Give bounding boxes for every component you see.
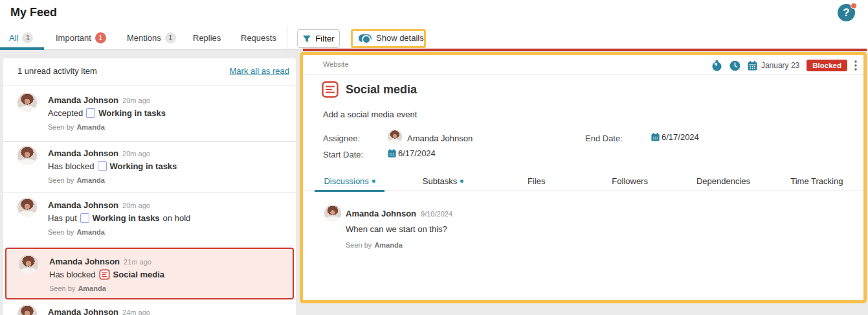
tab-all-badge: 1 (22, 32, 33, 43)
divider (3, 246, 296, 246)
filter-button-label: Filter (315, 34, 335, 43)
avatar (19, 255, 38, 274)
seen-by-name: Amanda (76, 228, 104, 236)
mark-all-as-read-link[interactable]: Mark all as read (230, 66, 289, 76)
details-panel-highlight (300, 52, 867, 303)
item-action: Has put (48, 213, 77, 223)
help-notification-dot (851, 3, 857, 9)
feed-item-selected[interactable]: Amanda Johnson 21m ago Has blocked Socia… (5, 248, 294, 299)
tab-important-label: Important (56, 33, 91, 43)
seen-by-label: Seen by (49, 285, 75, 292)
seen-by-name: Amanda (76, 123, 104, 131)
tab-all-label: All (9, 33, 18, 43)
avatar (17, 146, 37, 165)
seen-by-name: Amanda (78, 285, 106, 292)
tab-requests[interactable]: Requests (241, 26, 276, 49)
funnel-icon (302, 34, 311, 43)
feed-item[interactable]: Amanda Johnson 20m ago Has blocked Worki… (3, 148, 296, 184)
annotation-red-line (303, 49, 867, 51)
tab-mentions[interactable]: Mentions 1 (127, 26, 176, 49)
item-author: Amanda Johnson (49, 257, 120, 266)
task-checkbox-icon (98, 161, 107, 171)
avatar (17, 93, 37, 112)
avatar (17, 198, 37, 217)
app-header: My Feed ? (0, 0, 868, 26)
item-author: Amanda Johnson (48, 200, 118, 210)
tab-important[interactable]: Important 1 (56, 26, 106, 49)
item-time: 20m ago (122, 97, 150, 104)
tab-important-badge: 1 (95, 32, 106, 43)
seen-by-name: Amanda (76, 176, 104, 184)
item-time: 20m ago (122, 202, 150, 209)
item-task-link[interactable]: Working in tasks (93, 213, 160, 223)
task-checkbox-icon (86, 108, 95, 118)
divider (3, 86, 296, 86)
feed-item[interactable]: Amanda Johnson 20m ago Accepted Working … (3, 95, 296, 131)
unread-summary: 1 unread activity item (17, 66, 97, 76)
seen-by-label: Seen by (48, 228, 74, 236)
tab-requests-label: Requests (241, 33, 276, 43)
tab-mentions-badge: 1 (165, 32, 176, 43)
item-time: 24m ago (122, 309, 150, 315)
tab-replies[interactable]: Replies (193, 26, 221, 49)
seen-by-label: Seen by (48, 176, 74, 184)
item-author: Amanda Johnson (48, 148, 118, 158)
item-action-suffix: on hold (163, 213, 191, 223)
divider (3, 192, 296, 193)
feed-tabbar: All 1 Important 1 Mentions 1 Replies Req… (0, 26, 868, 50)
avatar (17, 305, 37, 315)
task-checkbox-icon (80, 213, 89, 223)
show-details-highlight (351, 29, 426, 48)
item-action: Accepted (48, 108, 83, 118)
tabbar-divider (287, 26, 287, 50)
item-task-link[interactable]: Social media (113, 270, 164, 279)
page-title: My Feed (10, 6, 57, 19)
activity-feed-panel: 1 unread activity item Mark all as read … (3, 58, 296, 315)
divider (3, 303, 296, 303)
item-time: 20m ago (122, 150, 150, 158)
item-task-link[interactable]: Working in tasks (110, 161, 177, 171)
seen-by-label: Seen by (48, 123, 74, 131)
tab-replies-label: Replies (193, 33, 221, 43)
item-action: Has blocked (49, 270, 96, 279)
tab-all[interactable]: All 1 (9, 26, 33, 49)
feed-item[interactable]: Amanda Johnson 20m ago Has put Working i… (3, 200, 296, 236)
divider (3, 141, 296, 142)
item-time: 21m ago (124, 258, 151, 266)
item-action: Has blocked (48, 161, 95, 171)
filter-button[interactable]: Filter (297, 29, 340, 48)
item-task-link[interactable]: Working in tasks (98, 108, 166, 118)
feed-item[interactable]: Amanda Johnson 24m ago (3, 307, 296, 315)
task-list-icon (99, 269, 110, 280)
item-author: Amanda Johnson (48, 95, 118, 105)
item-author: Amanda Johnson (48, 307, 118, 315)
tab-mentions-label: Mentions (127, 33, 161, 43)
